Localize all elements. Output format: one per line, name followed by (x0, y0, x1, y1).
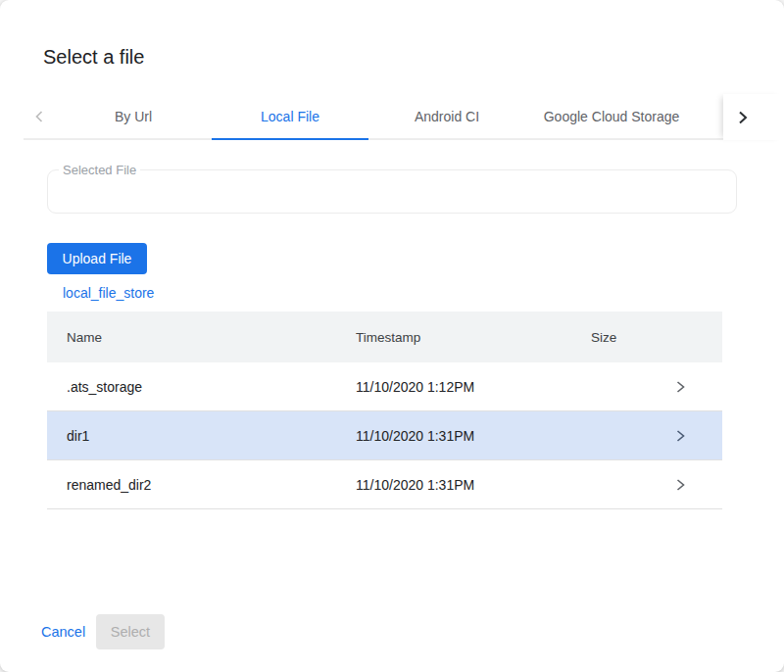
selected-file-field-label: Selected File (59, 163, 140, 177)
dialog-title: Select a file (43, 45, 144, 69)
tab-google-cloud-storage[interactable]: Google Cloud Storage (525, 94, 698, 138)
cell-name: renamed_dir2 (67, 477, 356, 493)
table-row-ats-storage[interactable]: .ats_storage 11/10/2020 1:12PM (47, 362, 722, 411)
tab-bar-divider (24, 138, 725, 140)
table-header-row: Name Timestamp Size (47, 312, 722, 362)
select-file-dialog: Select a file By Url Local File Android … (0, 0, 784, 672)
cancel-button[interactable]: Cancel (29, 614, 97, 649)
column-header-size: Size (591, 330, 675, 345)
chevron-left-icon (33, 109, 45, 124)
tab-scroll-left-button[interactable] (24, 94, 55, 138)
cell-timestamp: 11/10/2020 1:31PM (356, 428, 591, 444)
table-row-renamed-dir2[interactable]: renamed_dir2 11/10/2020 1:31PM (47, 460, 722, 509)
cell-name: dir1 (67, 428, 356, 444)
tab-scroll-right-button[interactable] (723, 94, 784, 140)
chevron-right-icon (675, 429, 686, 443)
upload-file-button[interactable]: Upload File (47, 243, 147, 274)
cell-name: .ats_storage (67, 379, 356, 395)
chevron-right-icon (737, 109, 749, 126)
selected-file-input[interactable] (48, 170, 736, 213)
selected-file-field: Selected File (47, 169, 737, 214)
file-table: Name Timestamp Size .ats_storage 11/10/2… (47, 312, 722, 509)
open-directory-button[interactable] (675, 478, 722, 492)
column-header-timestamp: Timestamp (356, 330, 591, 345)
open-directory-button[interactable] (675, 380, 722, 394)
breadcrumb-local-file-store[interactable]: local_file_store (63, 285, 154, 301)
tab-local-file[interactable]: Local File (212, 94, 368, 138)
cell-timestamp: 11/10/2020 1:31PM (356, 477, 591, 493)
tab-list: By Url Local File Android CI Google Clou… (55, 94, 698, 138)
tab-by-url[interactable]: By Url (55, 94, 212, 138)
cell-timestamp: 11/10/2020 1:12PM (356, 379, 591, 395)
column-header-name: Name (67, 330, 356, 345)
select-button[interactable]: Select (96, 614, 165, 649)
chevron-right-icon (675, 478, 686, 492)
chevron-right-icon (675, 380, 686, 394)
tab-bar: By Url Local File Android CI Google Clou… (0, 94, 784, 140)
open-directory-button[interactable] (675, 429, 722, 443)
tab-android-ci[interactable]: Android CI (368, 94, 525, 138)
table-row-dir1[interactable]: dir1 11/10/2020 1:31PM (47, 411, 722, 460)
